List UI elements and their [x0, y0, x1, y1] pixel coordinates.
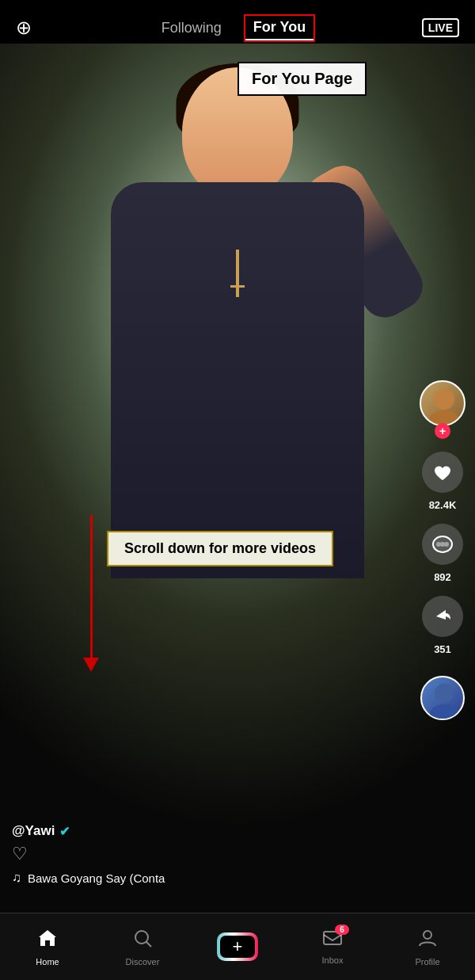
share-count: 351 — [434, 643, 451, 655]
video-background — [0, 44, 475, 913]
discover-label: Discover — [126, 957, 160, 967]
nav-discover[interactable]: Discover — [119, 928, 166, 967]
bottom-navigation: Home Discover + 6 Inbox — [0, 913, 475, 980]
comment-count: 892 — [434, 571, 451, 583]
creator-avatar-container: + — [420, 380, 466, 433]
follow-plus-icon[interactable]: + — [435, 423, 450, 439]
music-info: ♫ Bawa Goyang Say (Conta — [12, 871, 165, 885]
nav-right: LIVE — [420, 18, 459, 37]
svg-point-8 — [135, 931, 148, 944]
discover-icon — [132, 928, 153, 954]
username: @Yawi ✔ — [12, 823, 165, 839]
music-note-icon: ♫ — [12, 871, 21, 885]
cross-horizontal — [230, 285, 245, 288]
create-button[interactable]: + — [217, 932, 258, 961]
verified-badge-icon: ✔ — [59, 824, 70, 839]
profile-label: Profile — [415, 957, 439, 967]
right-actions: + 82.4K 892 351 — [420, 380, 466, 720]
heart-icon[interactable]: ♡ — [12, 844, 165, 864]
home-label: Home — [36, 957, 59, 967]
nav-create[interactable]: + — [214, 932, 261, 961]
scroll-text-box: Scroll down for more videos — [107, 531, 333, 566]
following-tab[interactable]: Following — [162, 16, 222, 40]
inbox-icon-container: 6 — [322, 929, 343, 952]
nav-profile[interactable]: Profile — [404, 928, 451, 967]
svg-point-5 — [433, 536, 452, 552]
for-you-page-annotation: For You Page — [238, 62, 367, 96]
svg-point-0 — [434, 389, 454, 410]
song-title: Bawa Goyang Say (Conta — [28, 871, 165, 885]
scroll-arrow — [83, 515, 99, 672]
arrow-head — [83, 658, 99, 672]
svg-point-6 — [435, 684, 454, 703]
comment-button[interactable] — [422, 524, 463, 565]
inbox-badge-count: 6 — [335, 925, 349, 935]
nav-center: Following For You — [162, 16, 314, 40]
scroll-annotation: Scroll down for more videos — [83, 515, 333, 672]
plus-icon: + — [233, 936, 243, 957]
live-badge[interactable]: LIVE — [422, 18, 459, 37]
svg-point-7 — [430, 704, 458, 720]
camera-icon[interactable]: ⊕ — [16, 17, 32, 39]
share-button[interactable] — [422, 596, 463, 637]
svg-line-9 — [146, 942, 151, 947]
like-count: 82.4K — [429, 499, 457, 511]
username-text: @Yawi — [12, 823, 55, 839]
nav-home[interactable]: Home — [24, 928, 71, 967]
music-disc-avatar — [420, 676, 465, 720]
video-info: @Yawi ✔ ♡ ♫ Bawa Goyang Say (Conta — [12, 823, 165, 885]
necklace — [236, 250, 239, 297]
creator-avatar[interactable] — [420, 380, 466, 426]
svg-point-11 — [424, 931, 431, 939]
nav-inbox[interactable]: 6 Inbox — [309, 929, 356, 965]
inbox-label: Inbox — [322, 955, 344, 965]
nav-left: ⊕ — [16, 17, 55, 39]
arrow-line — [90, 515, 93, 658]
for-you-tab[interactable]: For You — [245, 16, 314, 40]
like-button[interactable] — [422, 452, 463, 493]
profile-icon — [417, 928, 438, 954]
home-icon — [37, 928, 58, 954]
top-navigation: ⊕ Following For You LIVE — [0, 0, 475, 55]
